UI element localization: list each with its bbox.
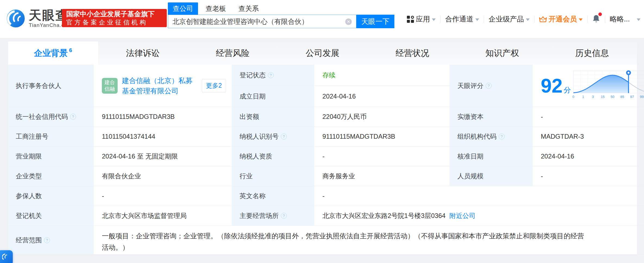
help-icon[interactable]: ? bbox=[44, 237, 50, 243]
field-label: 天眼评分 bbox=[457, 81, 483, 90]
field-label: 出资额 bbox=[240, 112, 259, 121]
field-value: 北京市大兴区市场监督管理局 bbox=[102, 211, 187, 220]
search-button[interactable]: 天眼一下 bbox=[356, 15, 394, 28]
field-value: - bbox=[322, 153, 325, 160]
menu-vip[interactable]: 开通会员 bbox=[539, 14, 583, 24]
menu-apps-label: 应用 bbox=[416, 14, 430, 24]
nearby-companies-link[interactable]: 附近公司 bbox=[449, 211, 475, 220]
divider bbox=[605, 16, 605, 23]
divider bbox=[587, 16, 588, 23]
help-icon[interactable]: ? bbox=[486, 83, 492, 89]
tab-operating-risk[interactable]: 经营风险 bbox=[188, 42, 278, 65]
field-value: 22040万人民币 bbox=[322, 112, 367, 121]
notification-dot bbox=[598, 12, 602, 16]
tab-label: 法律诉讼 bbox=[126, 47, 160, 59]
axis-tick: 50 bbox=[611, 95, 614, 99]
est-date-value-cell: 2024-04-16 bbox=[314, 86, 450, 107]
divider bbox=[484, 16, 484, 23]
business-scope-label-cell: 经营范围 ? bbox=[8, 226, 94, 255]
help-icon[interactable]: ? bbox=[70, 114, 76, 120]
field-value: 91110115MADGTDAR3B bbox=[322, 133, 395, 140]
badge-line1: 国家中小企业发展子基金旗下 bbox=[66, 10, 162, 18]
field-value: 2024-04-16 至 无固定期限 bbox=[102, 152, 178, 161]
field-value: 商务服务业 bbox=[322, 172, 355, 180]
tab-count-badge: 6 bbox=[69, 47, 72, 53]
partner-label-cell: 执行事务合伙人 bbox=[8, 65, 94, 107]
score-label-cell: 天眼评分 ? bbox=[450, 65, 533, 107]
widget-swirl-icon bbox=[2, 254, 9, 261]
tab-operating-status[interactable]: 经营状况 bbox=[367, 42, 457, 65]
tab-intellectual-property[interactable]: 知识产权 bbox=[457, 42, 547, 65]
score-value-cell: 92 分 0 1 bbox=[533, 65, 644, 107]
field-value: 北京市大兴区宏业东路2号院1号楼3层0364 bbox=[322, 211, 445, 220]
field-label: 企业类型 bbox=[16, 172, 42, 180]
industry-value-cell: 商务服务业 bbox=[314, 166, 450, 186]
field-label: 登记状态 bbox=[240, 71, 266, 80]
help-icon[interactable]: ? bbox=[499, 134, 505, 140]
field-label: 登记机关 bbox=[16, 211, 42, 220]
user-menu[interactable]: 略略... bbox=[610, 14, 630, 24]
top-menu: 应用 合作通道 企业级产品 开通会员 bbox=[407, 0, 630, 38]
english-name-label-cell: 英文名称 bbox=[232, 186, 314, 206]
partner-logo-text: 建合 bbox=[105, 79, 115, 86]
field-label: 统一社会信用代码 bbox=[16, 112, 68, 121]
tab-history[interactable]: 历史信息 bbox=[547, 42, 637, 65]
badge-line2: 官方备案企业征信机构 bbox=[66, 18, 162, 26]
crown-icon bbox=[539, 16, 547, 23]
insured-count-value-cell: - bbox=[94, 186, 232, 206]
floating-app-widget[interactable] bbox=[0, 250, 13, 263]
business-scope-text: 一般项目：企业管理咨询；企业管理。（除依法须经批准的项目外，凭营业执照依法自主开… bbox=[102, 230, 588, 253]
paid-capital-value-cell: - bbox=[533, 107, 644, 127]
menu-enterprise-product[interactable]: 企业级产品 bbox=[489, 14, 530, 24]
partner-logo-text: 信融 bbox=[105, 86, 115, 92]
business-info-table: 执行事务合伙人 建合 信融 建合信融（北京）私募基金管理有限公司 更多2 登记状… bbox=[8, 65, 637, 255]
government-badge: 国家中小企业发展子基金旗下 官方备案企业征信机构 bbox=[62, 9, 167, 27]
search-tab-boss[interactable]: 查老板 bbox=[201, 2, 231, 15]
search-tab-relation[interactable]: 查关系 bbox=[234, 2, 264, 15]
partner-company-link[interactable]: 建合信融（北京）私募基金管理有限公司 bbox=[122, 75, 197, 96]
apps-grid-icon bbox=[407, 16, 414, 23]
reg-status-value-cell: 存续 bbox=[314, 65, 450, 86]
partner-logo-avatar[interactable]: 建合 信融 bbox=[102, 78, 118, 94]
taxpayer-id-value-cell: 91110115MADGTDAR3B bbox=[314, 127, 450, 147]
help-icon[interactable]: ? bbox=[268, 72, 274, 78]
divider bbox=[440, 16, 441, 23]
menu-apps[interactable]: 应用 bbox=[407, 14, 436, 24]
partner-more-button[interactable]: 更多2 bbox=[202, 79, 226, 92]
approval-date-label-cell: 核准日期 bbox=[450, 147, 533, 166]
company-type-value-cell: 有限合伙企业 bbox=[94, 166, 232, 186]
field-value: 有限合伙企业 bbox=[102, 172, 141, 180]
search-tabs: 查公司 查老板 查关系 bbox=[168, 3, 394, 15]
search-block: 查公司 查老板 查关系 ✕ 天眼一下 bbox=[168, 3, 394, 28]
reg-authority-value-cell: 北京市大兴区市场监督管理局 bbox=[94, 206, 232, 226]
header: 天眼查 TianYanCha.com 国家中小企业发展子基金旗下 官方备案企业征… bbox=[0, 0, 644, 38]
help-icon[interactable]: ? bbox=[281, 134, 287, 140]
tab-company-background[interactable]: 企业背景 6 bbox=[8, 42, 98, 65]
search-tab-company[interactable]: 查公司 bbox=[168, 2, 198, 15]
menu-enterprise-label: 企业级产品 bbox=[489, 14, 524, 24]
field-label: 组织机构代码 bbox=[457, 132, 497, 141]
field-label: 执行事务合伙人 bbox=[16, 81, 61, 90]
field-label: 参保人数 bbox=[16, 192, 42, 200]
notification-bell[interactable] bbox=[592, 14, 600, 24]
menu-partner-channel[interactable]: 合作通道 bbox=[445, 14, 479, 24]
tab-company-development[interactable]: 公司发展 bbox=[278, 42, 367, 65]
reg-number-value-cell: 110115041374144 bbox=[94, 127, 232, 147]
business-site-value-cell: 北京市大兴区宏业东路2号院1号楼3层0364 附近公司 bbox=[314, 206, 644, 226]
field-label: 纳税人识别号 bbox=[240, 132, 279, 141]
field-value: 2024-04-16 bbox=[322, 93, 356, 100]
taxpayer-id-label-cell: 纳税人识别号 ? bbox=[232, 127, 314, 147]
capital-value-cell: 22040万人民币 bbox=[314, 107, 450, 127]
field-label: 实缴资本 bbox=[457, 112, 483, 121]
header-collapse-chevron-icon[interactable] bbox=[637, 18, 640, 21]
capital-label-cell: 出资额 bbox=[232, 107, 314, 127]
insured-count-label-cell: 参保人数 bbox=[8, 186, 94, 206]
score-value: 92 bbox=[541, 76, 563, 96]
search-input[interactable] bbox=[168, 15, 356, 28]
tab-lawsuit[interactable]: 法律诉讼 bbox=[98, 42, 188, 65]
taxpayer-quality-value-cell: - bbox=[314, 147, 450, 166]
business-scope-value-cell: 一般项目：企业管理咨询；企业管理。（除依法须经批准的项目外，凭营业执照依法自主开… bbox=[94, 226, 644, 255]
divider bbox=[534, 16, 535, 23]
help-icon[interactable]: ? bbox=[281, 213, 287, 219]
clear-search-icon[interactable]: ✕ bbox=[345, 18, 352, 25]
